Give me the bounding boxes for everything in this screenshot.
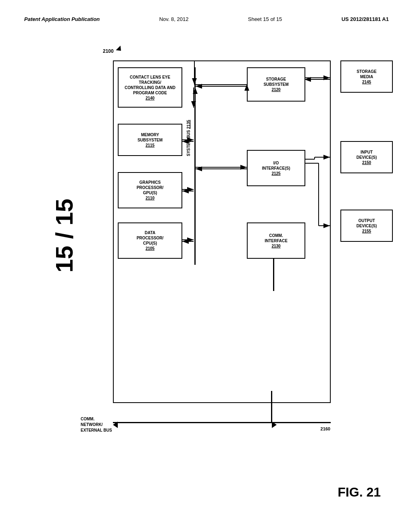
sheet-number-large: 15 / 15 [50,199,78,273]
system-ref-label: 2100 [103,48,121,54]
main-arrows-svg [81,56,363,419]
external-bus-line [113,422,331,423]
date-label: Nov. 8, 2012 [159,16,189,22]
comm-network-ref: 2160 [321,426,330,431]
bus-left-arrow [113,422,118,428]
sheet-label: Sheet 15 of 15 [248,16,282,22]
publication-label: Patent Application Publication [24,16,100,22]
bus-right-arrow [272,422,277,428]
page-header: Patent Application Publication Nov. 8, 2… [24,16,389,22]
diagram-container: 2100 CONTACT LENS EYE TRACKING/ CONTROLL… [81,56,393,459]
patent-number: US 2012/281181 A1 [342,16,389,22]
fig-label: FIG. 21 [338,485,381,500]
